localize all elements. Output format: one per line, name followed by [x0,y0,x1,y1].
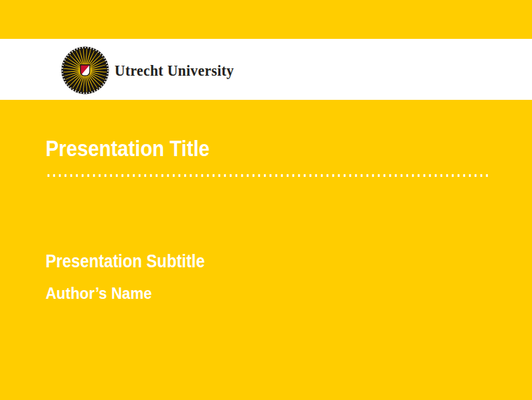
university-wordmark: Utrecht University [115,62,234,80]
presentation-subtitle: Presentation Subtitle [46,251,205,272]
logo-band: Utrecht University [0,39,532,100]
dotted-divider [46,173,488,178]
author-name: Author’s Name [46,284,152,303]
presentation-title: Presentation Title [46,135,210,161]
title-slide: Utrecht University Presentation Title Pr… [0,0,532,400]
utrecht-university-seal-icon [61,46,109,94]
university-logo: Utrecht University [61,46,247,94]
